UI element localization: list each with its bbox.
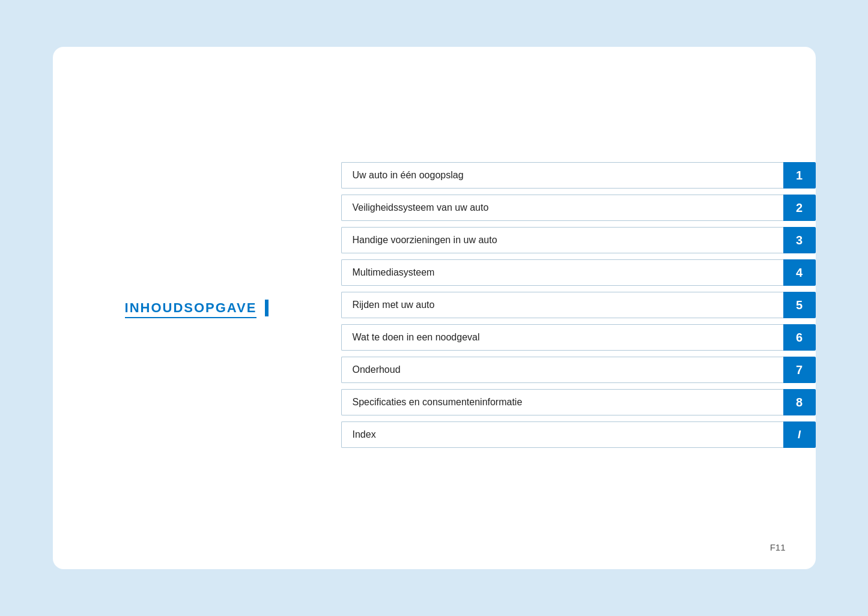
- toc-item[interactable]: Multimediasysteem4: [341, 259, 816, 286]
- toc-item[interactable]: Handige voorzieningen in uw auto3: [341, 227, 816, 253]
- page-container: INHOUDSOPGAVE Uw auto in één oogopslag1V…: [53, 47, 816, 569]
- toc-item-label: Handige voorzieningen in uw auto: [341, 227, 783, 253]
- page-number: F11: [770, 542, 786, 552]
- toc-item-label: Multimediasysteem: [341, 259, 783, 286]
- toc-item-number: 5: [783, 292, 816, 318]
- toc-item-number: 1: [783, 162, 816, 189]
- toc-item-number: I: [783, 421, 816, 448]
- toc-item-label: Wat te doen in een noodgeval: [341, 324, 783, 351]
- toc-item-label: Veiligheidssysteem van uw auto: [341, 195, 783, 221]
- toc-bar-decoration: [265, 300, 269, 316]
- toc-item[interactable]: IndexI: [341, 421, 816, 448]
- toc-item-number: 8: [783, 389, 816, 415]
- toc-item[interactable]: Onderhoud7: [341, 357, 816, 383]
- toc-item-number: 3: [783, 227, 816, 253]
- toc-item-label: Rijden met uw auto: [341, 292, 783, 318]
- toc-item-label: Onderhoud: [341, 357, 783, 383]
- toc-item[interactable]: Wat te doen in een noodgeval6: [341, 324, 816, 351]
- toc-item[interactable]: Rijden met uw auto5: [341, 292, 816, 318]
- toc-item-label: Index: [341, 421, 783, 448]
- toc-item[interactable]: Uw auto in één oogopslag1: [341, 162, 816, 189]
- toc-item-number: 4: [783, 259, 816, 286]
- toc-item[interactable]: Specificaties en consumenteninformatie8: [341, 389, 816, 415]
- toc-item-number: 2: [783, 195, 816, 221]
- toc-item-number: 6: [783, 324, 816, 351]
- toc-title: INHOUDSOPGAVE: [125, 300, 257, 315]
- right-panel: Uw auto in één oogopslag1Veiligheidssyst…: [341, 47, 816, 569]
- toc-item-number: 7: [783, 357, 816, 383]
- left-panel: INHOUDSOPGAVE: [53, 47, 341, 569]
- toc-item-label: Specificaties en consumenteninformatie: [341, 389, 783, 415]
- toc-item[interactable]: Veiligheidssysteem van uw auto2: [341, 195, 816, 221]
- toc-item-label: Uw auto in één oogopslag: [341, 162, 783, 189]
